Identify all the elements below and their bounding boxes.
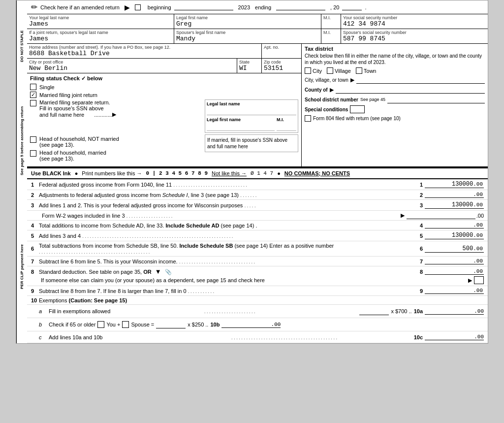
school-district-input[interactable] — [387, 96, 485, 103]
county-arrow-icon: ▶ — [330, 87, 334, 93]
line-9-value[interactable]: .00 — [425, 288, 484, 294]
line-7-field-num: 7 — [411, 259, 423, 264]
single-label: Single — [39, 84, 55, 90]
line-10b-field-id: 10b — [210, 322, 220, 327]
line-3-field-num: 3 — [411, 202, 423, 208]
spouse-first-label: Spouse's legal first name — [176, 30, 319, 35]
line-5: 5 Add lines 3 and 4 ....................… — [27, 230, 488, 241]
w2-arrow: ▶ — [401, 212, 405, 219]
line-8-value[interactable]: .00 — [425, 268, 484, 275]
line-1-value[interactable]: 130000.00 — [425, 181, 484, 188]
line-2-value[interactable]: .00 — [425, 192, 484, 198]
line-5-field-num: 5 — [411, 233, 423, 239]
line-8: 8 Standard deduction. See table on page … — [27, 266, 488, 286]
w2-value[interactable] — [407, 212, 475, 219]
w2-cents: .00 — [476, 213, 484, 219]
spouse-mi-label: M.I. — [323, 30, 339, 35]
line-1: 1 Federal adjusted gross income from For… — [27, 179, 488, 190]
special-conditions-label: Special conditions — [305, 107, 348, 112]
village-checkbox[interactable] — [327, 67, 333, 74]
line-4-value[interactable]: .00 — [425, 222, 484, 228]
form804-label: Form 804 filed with return (see page 10) — [313, 116, 401, 121]
line-10a-cents: .00 — [474, 308, 484, 314]
hoh-not-married-checkbox[interactable] — [30, 136, 36, 143]
ending-label: ending — [255, 4, 271, 10]
line-10c-label: c — [39, 334, 49, 340]
line-8-check-box[interactable] — [474, 276, 484, 284]
county-label: County of — [305, 87, 328, 93]
county-input[interactable] — [336, 86, 485, 94]
line-10a-desc: Fill in exemptions allowed — [49, 308, 204, 314]
married-joint-checkbox[interactable]: ✓ — [30, 92, 36, 98]
line-10b-label: b — [39, 322, 49, 327]
city-label: City — [313, 68, 322, 74]
use-black-ink-label: Use BLACK Ink — [31, 170, 71, 176]
last-name-label: Your legal last name — [29, 15, 172, 20]
line-1-num: 1 — [31, 182, 39, 188]
amended-row: ✏ Check here if an amended return ▶ begi… — [27, 0, 488, 14]
legal-last-name-label: Legal last name — [207, 101, 296, 106]
line-10a-value[interactable]: .00 — [425, 308, 484, 315]
line-8-check-arrow: ▶ — [468, 277, 472, 284]
mfs-fill-in-text: Fill in spouse's SSN above — [39, 105, 116, 111]
dropdown-arrow-icon[interactable]: ▼ — [155, 268, 161, 275]
line-7: 7 Subtract line 6 from line 5. This is y… — [27, 257, 488, 266]
line-3-desc: Add lines 1 and 2. This is your federal … — [39, 202, 411, 208]
form804-checkbox[interactable] — [305, 115, 311, 122]
address-value: 8688 Basketball Drive — [29, 50, 259, 57]
line-4-desc: Total additions to income from Schedule … — [39, 223, 411, 228]
zip-value: 53151 — [264, 65, 299, 72]
town-checkbox[interactable] — [356, 67, 362, 74]
married-separate-label: Married filing separate return. — [39, 99, 116, 105]
line-10c-field-id: 10c — [414, 334, 423, 340]
line-8-field-num: 8 — [411, 269, 423, 275]
cvt-arrow-icon: ▶ — [350, 77, 354, 83]
line-10a: a Fill in exemptions allowed ...........… — [27, 305, 488, 318]
line-10b-cents: .00 — [271, 322, 281, 327]
single-checkbox[interactable] — [30, 84, 36, 90]
line-10b-desc: Check if 65 or older — [49, 322, 95, 327]
line-2-field-num: 2 — [411, 192, 423, 198]
legal-first-name-label: Legal first name — [207, 117, 275, 122]
mfs-mi-label: M.I. — [277, 117, 296, 122]
mi-label: M.I. — [323, 15, 339, 20]
line-10b-spouse: Spouse = — [131, 322, 154, 327]
line-3-value[interactable]: 130000.00 — [425, 201, 484, 209]
address-label: Home address (number and street). If you… — [29, 45, 259, 50]
married-separate-checkbox[interactable] — [30, 100, 36, 106]
line-10a-field-id: 10a — [414, 308, 423, 314]
line-10-desc: Exemptions (Caution: See page 15) — [39, 297, 127, 303]
beginning-label: beginning — [148, 4, 171, 10]
line-10c-value[interactable]: .00 — [425, 334, 484, 340]
spouse-first-value: Mandy — [176, 35, 319, 42]
bullet-1: ● — [75, 170, 78, 176]
cvt-input[interactable] — [356, 76, 485, 84]
line-5-num: 5 — [31, 233, 39, 239]
filing-status-title: Filing status — [30, 75, 62, 81]
line-3: 3 Add lines 1 and 2. This is your federa… — [27, 200, 488, 211]
year-20: , 20 — [330, 4, 339, 10]
bad-numbers: Ø 1 4 7 — [251, 170, 273, 176]
city-checkbox[interactable] — [305, 67, 311, 74]
pencil-icon: ✏ — [31, 2, 37, 12]
line-5-value[interactable]: 130000.00 — [425, 232, 484, 239]
spouse-last-value: James — [29, 35, 172, 42]
school-see-label: See page 45 — [360, 97, 385, 102]
special-conditions-input[interactable] — [350, 105, 365, 113]
amended-checkbox[interactable] — [135, 4, 141, 10]
line-8-sub: If someone else can claim you (or your s… — [31, 276, 484, 284]
line-8-num: 8 — [31, 269, 39, 275]
line-6-num: 6 — [31, 246, 39, 252]
line-10b-spouse-checkbox[interactable] — [122, 321, 129, 328]
line-2-desc: Adjustments to federal adjusted gross in… — [39, 192, 411, 198]
line-10b-value[interactable]: .00 — [221, 322, 281, 328]
per-clip-label: PER CLIP payment here — [16, 190, 27, 343]
line-10b-you-checkbox[interactable] — [97, 321, 104, 328]
line-10a-input[interactable] — [359, 307, 389, 315]
hoh-married-checkbox[interactable] — [30, 150, 36, 157]
line-10b-input[interactable] — [156, 321, 186, 328]
line-10-num: 10 — [31, 297, 39, 303]
line-7-value[interactable]: .00 — [425, 258, 484, 264]
line-6-value[interactable]: 500.00 — [425, 245, 484, 253]
hoh-married-sub: (see page 13). — [39, 156, 106, 162]
